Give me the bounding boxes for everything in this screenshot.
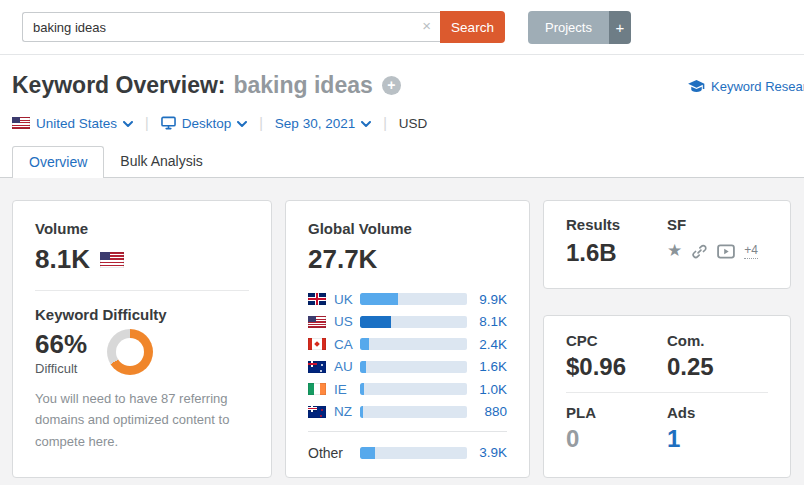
volume-bar-fill (360, 406, 363, 418)
tab-bar: Overview Bulk Analysis (0, 146, 804, 178)
results-title: Results (566, 216, 667, 233)
currency-label: USD (399, 116, 428, 131)
volume-row-value: 880 (467, 404, 507, 419)
uk-flag-icon (308, 293, 326, 305)
volume-row-value: 2.4K (467, 337, 507, 352)
chevron-down-icon (237, 121, 247, 128)
overview-content: Volume 8.1K Keyword Difficulty 66% Diffi… (0, 178, 804, 485)
results-value: 1.6B (566, 239, 667, 267)
projects-split-button: Projects + (528, 11, 631, 44)
global-volume-rows: UK9.9KUS8.1KCA2.4KAU1.6KIE1.0KNZ880Other… (308, 292, 507, 460)
volume-row-value: 9.9K (467, 292, 507, 307)
global-volume-row: UK9.9K (308, 292, 507, 306)
ie-flag-icon (308, 383, 326, 395)
divider (566, 392, 768, 393)
tab-overview[interactable]: Overview (12, 146, 104, 178)
other-label: Other (308, 445, 343, 461)
filters-bar: United States | Desktop | Sep 30, 2021 |… (12, 115, 792, 131)
kd-note: You will need to have 87 referring domai… (35, 388, 249, 452)
ads-value: 1 (667, 425, 768, 453)
volume-card: Volume 8.1K Keyword Difficulty 66% Diffi… (12, 200, 272, 478)
ads-title: Ads (667, 404, 768, 421)
filter-separator: | (259, 115, 263, 131)
serp-features-title: SF (667, 216, 768, 233)
competition-value: 0.25 (667, 353, 768, 381)
volume-bar-track (360, 338, 467, 350)
projects-button[interactable]: Projects (528, 11, 609, 44)
volume-bar-track (360, 383, 467, 395)
country-link-ie[interactable]: IE (334, 382, 347, 397)
pla-title: PLA (566, 404, 667, 421)
au-flag-icon (308, 361, 326, 373)
cpc-title: CPC (566, 332, 667, 349)
us-flag-icon (100, 252, 124, 268)
keyword-research-label: Keyword Research (711, 79, 804, 94)
clear-search-icon[interactable]: × (422, 18, 431, 34)
date-filter-label: Sep 30, 2021 (275, 116, 355, 131)
search-input[interactable] (22, 12, 440, 42)
chevron-down-icon (123, 121, 133, 128)
date-filter[interactable]: Sep 30, 2021 (275, 116, 371, 131)
global-volume-row: US8.1K (308, 315, 507, 329)
country-link-us[interactable]: US (334, 314, 353, 329)
global-volume-title: Global Volume (308, 220, 507, 237)
volume-bar-fill (360, 447, 375, 459)
tab-bulk-analysis[interactable]: Bulk Analysis (104, 146, 218, 177)
pla-value: 0 (566, 425, 667, 453)
volume-bar-track (360, 361, 467, 373)
volume-bar-track (360, 447, 467, 459)
sitelinks-icon (691, 243, 708, 260)
video-icon (717, 244, 735, 259)
page-title-keyword: baking ideas (233, 72, 372, 99)
volume-bar-fill (360, 316, 391, 328)
volume-bar-fill (360, 361, 366, 373)
more-serp-features-link[interactable]: +4 (744, 243, 758, 259)
global-volume-card: Global Volume 27.7K UK9.9KUS8.1KCA2.4KAU… (285, 200, 530, 478)
ca-flag-icon (308, 338, 326, 350)
divider (35, 290, 249, 291)
keyword-research-link[interactable]: Keyword Research (688, 79, 804, 94)
cpc-card: CPC $0.96 Com. 0.25 PLA 0 Ads 1 (543, 315, 791, 478)
graduation-cap-icon (688, 80, 705, 94)
device-filter[interactable]: Desktop (161, 116, 248, 131)
global-volume-row: NZ880 (308, 405, 507, 419)
reviews-star-icon: ★ (667, 242, 682, 260)
volume-bar-track (360, 316, 467, 328)
volume-bar-track (360, 293, 467, 305)
global-volume-value: 27.7K (308, 244, 507, 275)
add-project-button[interactable]: + (609, 11, 631, 44)
top-search-bar: × Search Projects + (0, 0, 804, 55)
global-volume-row: Other3.9K (308, 446, 507, 460)
volume-row-value: 1.0K (467, 382, 507, 397)
country-link-uk[interactable]: UK (334, 292, 353, 307)
us-flag-icon (12, 117, 30, 129)
chevron-down-icon (361, 121, 371, 128)
country-link-au[interactable]: AU (334, 359, 353, 374)
filter-separator: | (145, 115, 149, 131)
kd-label: Difficult (35, 361, 87, 376)
search-button[interactable]: Search (440, 11, 505, 43)
kd-donut-chart (107, 329, 153, 375)
volume-bar-fill (360, 383, 364, 395)
filter-separator: | (383, 115, 387, 131)
country-filter-label: United States (36, 116, 117, 131)
keyword-difficulty-title: Keyword Difficulty (35, 306, 249, 323)
country-link-ca[interactable]: CA (334, 337, 353, 352)
device-filter-label: Desktop (182, 116, 232, 131)
cpc-value: $0.96 (566, 353, 667, 381)
volume-row-value: 1.6K (467, 359, 507, 374)
volume-title: Volume (35, 220, 249, 237)
global-volume-row: AU1.6K (308, 360, 507, 374)
global-volume-row: CA2.4K (308, 337, 507, 351)
kd-value: 66% (35, 329, 87, 360)
results-card: Results 1.6B SF ★ (543, 200, 791, 289)
volume-bar-fill (360, 293, 398, 305)
competition-title: Com. (667, 332, 768, 349)
country-filter[interactable]: United States (12, 116, 133, 131)
divider (308, 431, 507, 432)
us-flag-icon (308, 316, 326, 328)
page-header: Keyword Overview: baking ideas + Keyword… (0, 55, 804, 131)
country-link-nz[interactable]: NZ (334, 404, 352, 419)
page-title: Keyword Overview: (12, 72, 225, 99)
add-keyword-icon[interactable]: + (382, 76, 401, 95)
